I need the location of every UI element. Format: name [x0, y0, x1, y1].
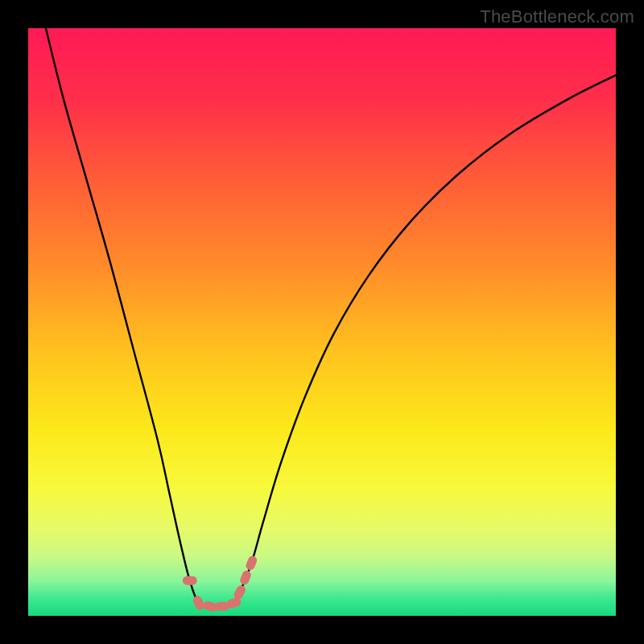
data-marker	[183, 576, 197, 585]
data-marker	[245, 555, 258, 572]
data-marker	[192, 595, 205, 612]
watermark-text: TheBottleneck.com	[480, 6, 634, 27]
chart-frame: TheBottleneck.com	[0, 0, 644, 644]
curve-layer	[28, 28, 616, 616]
bottleneck-curve	[46, 28, 616, 607]
curve-markers	[183, 555, 258, 613]
data-marker	[239, 569, 253, 586]
plot-area	[28, 28, 616, 616]
